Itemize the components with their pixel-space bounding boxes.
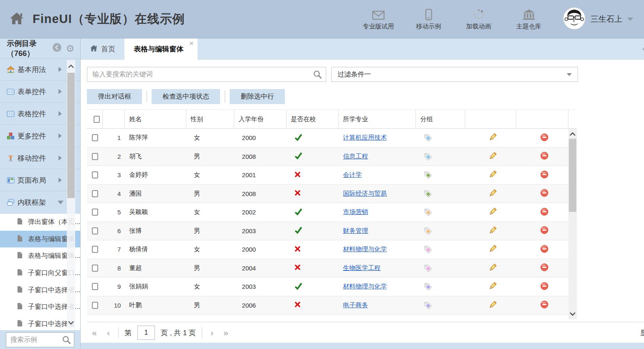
tab-home[interactable]: 首页: [81, 38, 124, 60]
table-row: 5吴颖颖女2002市场营销: [87, 203, 577, 222]
cell-name: 林晓玲: [125, 315, 186, 319]
major-link[interactable]: 市场营销: [343, 208, 368, 216]
delete-icon[interactable]: [540, 300, 549, 310]
keyword-search-input[interactable]: [87, 67, 326, 82]
row-checkbox[interactable]: [92, 265, 98, 272]
row-checkbox[interactable]: [92, 134, 98, 141]
select-all-checkbox[interactable]: [94, 116, 100, 123]
header-action-trial[interactable]: 专业版试用: [363, 8, 394, 31]
divider: [225, 91, 225, 102]
bottom-strip: [81, 343, 644, 349]
row-checkbox[interactable]: [92, 190, 98, 197]
file-icon: [17, 235, 23, 244]
row-index: 4: [103, 185, 125, 203]
row-checkbox[interactable]: [92, 246, 98, 253]
page-suffix: 页 , 共 1 页: [158, 328, 198, 338]
column-header: 性别: [186, 110, 234, 128]
bank-icon: [522, 8, 535, 20]
column-header: 所学专业: [339, 110, 416, 128]
check-selected-button[interactable]: 检查选中项状态: [152, 89, 220, 104]
edit-pencil-icon[interactable]: [488, 207, 497, 217]
major-link[interactable]: 国际经济与贸易: [343, 190, 387, 198]
search-icon: [62, 335, 71, 346]
scroll-thumb[interactable]: [569, 139, 576, 212]
row-checkbox[interactable]: [92, 153, 98, 160]
scroll-up-icon[interactable]: [67, 62, 75, 70]
cell-name: 董超: [125, 259, 186, 278]
table-row: 11林晓玲女2002管理科学: [87, 315, 577, 319]
row-checkbox[interactable]: [92, 283, 98, 290]
delete-icon[interactable]: [540, 207, 549, 217]
tag-icon: [423, 300, 432, 311]
source-code-icon[interactable]: [642, 45, 644, 53]
major-link[interactable]: 生物医学工程: [343, 264, 380, 272]
grid-scrollbar[interactable]: [568, 129, 577, 319]
scroll-down-icon[interactable]: [568, 310, 577, 318]
search-icon[interactable]: [313, 70, 322, 81]
delete-icon[interactable]: [540, 189, 549, 199]
chevron-down-icon: [567, 73, 572, 76]
spinner-icon: [473, 8, 485, 20]
delete-selected-button[interactable]: 删除选中行: [230, 89, 285, 104]
edit-pencil-icon[interactable]: [488, 151, 497, 162]
panel-content: 过滤条件一 弹出对话框检查选中项状态删除选中行 姓名性别入学年份是否在校所学专业…: [81, 60, 644, 343]
close-icon[interactable]: ✕: [189, 41, 194, 46]
delete-icon[interactable]: [540, 133, 549, 143]
major-link[interactable]: 材料物理与化学: [343, 245, 387, 253]
edit-pencil-icon[interactable]: [488, 263, 497, 273]
app-header: FineUI（专业版）在线示例 专业版试用移动示例加载动画主题仓库: [0, 0, 644, 38]
data-grid: 姓名性别入学年份是否在校所学专业分组 1陈萍萍女2000计算机应用技术2胡飞男2…: [87, 110, 577, 319]
delete-icon[interactable]: [540, 245, 549, 255]
cell-name: 金婷婷: [125, 166, 186, 184]
prev-page-icon[interactable]: ‹: [102, 328, 115, 338]
header-action-mobile-demo[interactable]: 移动示例: [413, 8, 444, 31]
major-link[interactable]: 电子商务: [343, 301, 368, 309]
row-checkbox[interactable]: [92, 227, 98, 234]
scroll-thumb[interactable]: [67, 73, 75, 198]
scroll-down-icon[interactable]: [67, 318, 75, 327]
first-page-icon[interactable]: «: [87, 328, 102, 338]
edit-pencil-icon[interactable]: [488, 132, 497, 143]
edit-pencil-icon[interactable]: [488, 226, 497, 236]
app-root: FineUI（专业版）在线示例 专业版试用移动示例加载动画主题仓库: [0, 0, 644, 349]
delete-icon[interactable]: [540, 263, 549, 273]
row-checkbox[interactable]: [92, 171, 98, 178]
page-number-input[interactable]: [137, 326, 155, 340]
edit-pencil-icon[interactable]: [488, 244, 497, 255]
tag-icon: [423, 132, 432, 143]
gear-icon[interactable]: ⚙: [66, 44, 75, 53]
user-menu[interactable]: 三生石上: [563, 7, 633, 31]
edit-pencil-icon[interactable]: [488, 170, 497, 180]
table-row: 3金婷婷女2001会计学: [87, 166, 577, 185]
edit-pencil-icon[interactable]: [488, 281, 497, 292]
delete-icon[interactable]: [540, 170, 549, 180]
major-link[interactable]: 信息工程: [343, 153, 368, 160]
last-page-icon[interactable]: »: [218, 328, 233, 338]
sidebar-search: [0, 330, 80, 349]
collapse-back-icon[interactable]: [52, 43, 62, 54]
edit-pencil-icon[interactable]: [488, 318, 497, 319]
edit-pencil-icon[interactable]: [488, 300, 497, 311]
major-link[interactable]: 计算机应用技术: [343, 134, 387, 142]
cell-year: 2002: [234, 315, 287, 319]
next-page-icon[interactable]: ›: [205, 328, 218, 338]
delete-icon[interactable]: [540, 151, 549, 161]
delete-icon[interactable]: [540, 282, 549, 292]
major-link[interactable]: 财务管理: [343, 227, 368, 235]
row-checkbox[interactable]: [92, 209, 98, 216]
tab-grid-edit-window[interactable]: 表格与编辑窗体 ✕: [124, 38, 198, 60]
filter-dropdown[interactable]: 过滤条件一: [331, 67, 578, 82]
major-link[interactable]: 会计学: [343, 171, 362, 179]
open-dialog-button[interactable]: 弹出对话框: [87, 89, 142, 104]
delete-icon[interactable]: [540, 226, 549, 236]
header-action-theme-store[interactable]: 主题仓库: [513, 8, 545, 31]
column-header: 分组: [416, 110, 465, 128]
sidebar-header: 示例目录（766） ⚙: [0, 38, 80, 59]
sidebar-scrollbar[interactable]: [67, 60, 75, 329]
row-checkbox[interactable]: [92, 302, 98, 309]
edit-pencil-icon[interactable]: [488, 189, 497, 199]
major-link[interactable]: 材料物理与化学: [343, 283, 387, 290]
app-title: FineUI（专业版）在线示例: [33, 11, 185, 28]
scroll-up-icon[interactable]: [568, 130, 577, 138]
header-action-loading-anim[interactable]: 加载动画: [463, 8, 494, 31]
